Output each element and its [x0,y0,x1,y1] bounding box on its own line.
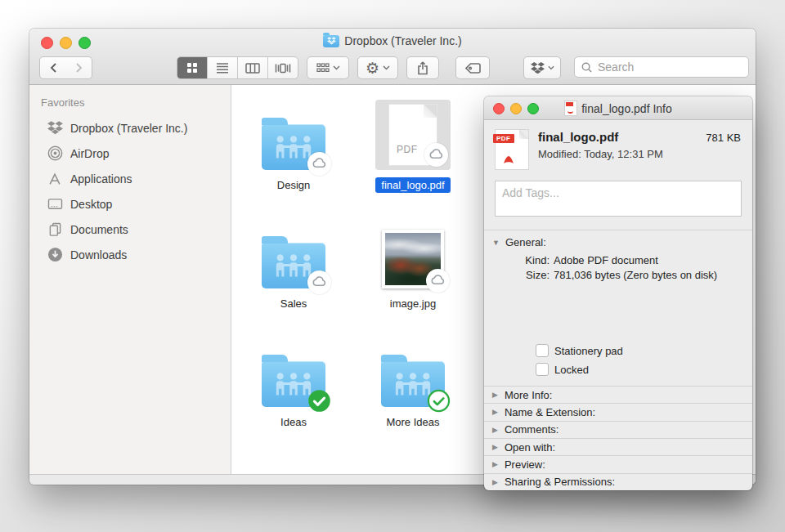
chevron-down-icon [548,65,554,70]
forward-button[interactable] [65,56,92,79]
info-title-text: final_logo.pdf Info [581,102,672,115]
tags-field [495,181,742,220]
dropbox-menu-button[interactable] [523,56,561,79]
gear-icon: ⚙ [366,60,379,76]
file-more-ideas[interactable]: More Ideas [353,329,473,443]
sidebar-item-airdrop[interactable]: AirDrop [29,141,231,166]
arrange-button[interactable] [307,56,349,79]
dropbox-icon [47,120,63,136]
file-label: Sales [275,296,313,311]
general-section: ▼ General: Kind: Adobe PDF document Size… [484,230,752,386]
coverflow-view-button[interactable] [268,57,298,78]
checkbox[interactable] [536,363,549,376]
info-titlebar[interactable]: final_logo.pdf Info [484,96,752,120]
dropbox-logo-icon [531,62,545,74]
sidebar-list: Dropbox (Traveler Inc.) AirDrop Applicat… [29,115,231,267]
coverflow-view-icon [275,63,291,74]
search-input[interactable] [596,60,698,74]
general-label: General: [505,236,546,248]
checkbox-group: Stationery pad Locked [536,344,623,376]
shared-people-icon [273,253,314,278]
checkbox[interactable] [536,344,549,357]
section-open-with[interactable]: ▶ Open with: [484,438,752,455]
desktop: Dropbox (Traveler Inc.) [0,0,785,532]
disclosure-closed-icon: ▶ [492,460,498,468]
file-label: image.jpg [384,296,442,311]
section-sharing-permissions[interactable]: ▶ Sharing & Permissions: [484,473,752,490]
file-label: More Ideas [380,414,445,430]
downloads-icon [47,247,63,263]
cloud-sync-badge [307,152,331,176]
checkbox-row-stationery-pad[interactable]: Stationery pad [536,344,623,357]
disclosure-closed-icon: ▶ [492,408,498,416]
selected-icon-highlight: PDF [375,100,451,170]
file-image-jpg[interactable]: image.jpg [353,210,473,324]
airdrop-icon [47,145,63,162]
file-sales[interactable]: Sales [234,210,353,324]
documents-icon [47,221,63,238]
cloud-sync-badge [307,270,331,294]
list-view-button[interactable] [208,57,238,78]
forward-chevron-icon [74,62,83,74]
general-header[interactable]: ▼ General: [484,230,752,253]
file-design[interactable]: Design [234,92,353,206]
info-file-name: final_logo.pdf [538,130,706,144]
tag-icon [465,63,481,74]
sidebar-item-applications[interactable]: Applications [29,166,231,191]
info-header: PDF final_logo.pdf 781 KB Modified: Toda… [484,120,752,174]
sidebar-item-documents[interactable]: Documents [29,217,231,242]
search-field[interactable] [574,56,749,78]
back-chevron-icon [49,62,58,74]
disclosure-closed-icon: ▶ [492,478,498,486]
general-details: Kind: Adobe PDF document Size: 781,036 b… [484,253,752,283]
info-sections: ▶ More Info: ▶ Name & Extension: ▶ Comme… [484,386,752,490]
sidebar-item-downloads[interactable]: Downloads [29,242,231,267]
sidebar-item-dropbox-traveler-inc[interactable]: Dropbox (Traveler Inc.) [29,115,231,141]
synced-outline-badge [427,389,451,413]
info-modified: Modified: Today, 12:31 PM [538,148,741,160]
section-name-extension[interactable]: ▶ Name & Extension: [484,403,752,420]
chevron-down-icon [333,65,340,70]
get-info-window: final_logo.pdf Info PDF final_logo.pdf 7… [484,96,752,490]
applications-icon [47,171,63,187]
share-arrow-icon [417,61,428,75]
column-view-button[interactable] [238,57,268,78]
shared-folder-icon [262,361,325,407]
shared-people-icon [273,135,314,159]
share-button[interactable] [406,56,439,79]
section-preview[interactable]: ▶ Preview: [484,455,752,472]
chevron-down-icon [383,65,390,70]
view-switcher [177,56,298,79]
synced-badge [307,389,331,413]
tags-button[interactable] [455,56,490,79]
file-label: Design [271,177,316,193]
disclosure-closed-icon: ▶ [492,391,498,399]
info-detail-row: Kind: Adobe PDF document [484,253,752,268]
search-icon [581,62,592,73]
back-button[interactable] [39,56,67,79]
icon-view-button[interactable] [177,57,208,78]
info-window-title: final_logo.pdf Info [484,101,752,118]
sidebar-item-desktop[interactable]: Desktop [29,191,231,217]
section-comments[interactable]: ▶ Comments: [484,421,752,438]
arrange-grid-icon [316,63,330,73]
cloud-sync-badge [426,269,450,293]
checkbox-row-locked[interactable]: Locked [536,363,623,376]
list-view-icon [216,62,229,74]
info-file-size: 781 KB [706,132,741,144]
section-more-info[interactable]: ▶ More Info: [484,386,752,403]
file-final-logo-pdf[interactable]: PDF final_logo.pdf [353,92,473,206]
finder-titlebar[interactable]: Dropbox (Traveler Inc.) [29,29,756,85]
window-title-text: Dropbox (Traveler Inc.) [344,34,461,47]
info-detail-row: Size: 781,036 bytes (Zero bytes on disk) [484,268,752,283]
icon-view-icon [186,61,199,74]
adobe-mark-icon [502,154,515,165]
finder-toolbar: ⚙ [29,56,756,80]
file-ideas[interactable]: Ideas [234,329,353,443]
add-tags-input[interactable] [495,181,742,217]
column-view-icon [245,63,260,74]
action-button[interactable]: ⚙ [357,56,398,79]
shared-folder-icon [381,361,445,407]
shared-folder-icon [262,124,325,170]
photo-thumbnail [382,230,444,288]
